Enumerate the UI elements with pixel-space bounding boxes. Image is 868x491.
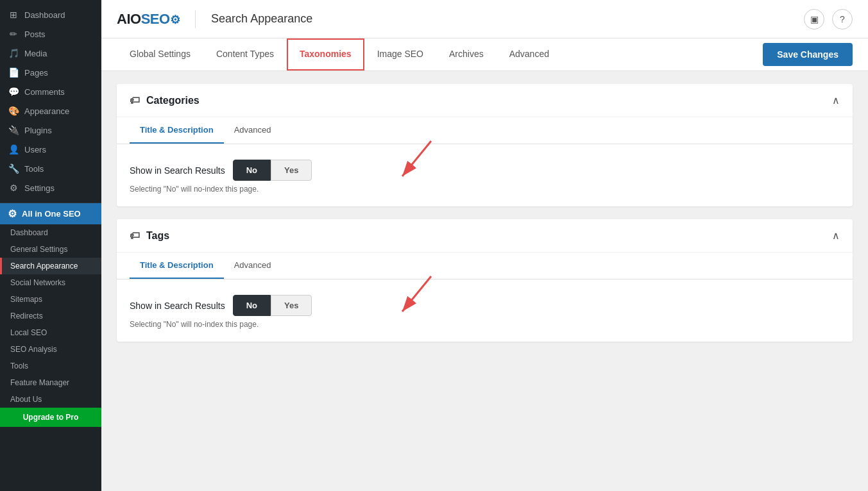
categories-field-hint: Selecting "No" will no-index this page.: [130, 185, 840, 194]
categories-toggle-no[interactable]: No: [233, 160, 271, 181]
tools-icon: 🔧: [8, 163, 19, 174]
aioseo-submenu-about[interactable]: About Us: [0, 391, 101, 408]
categories-card: 🏷 Categories ∧ Title & Description Advan…: [117, 84, 853, 206]
save-changes-button[interactable]: Save Changes: [763, 43, 853, 66]
aioseo-submenu-dashboard[interactable]: Dashboard: [0, 224, 101, 241]
tab-bar: Global Settings Content Types Taxonomies…: [101, 38, 868, 71]
aioseo-submenu-general[interactable]: General Settings: [0, 241, 101, 258]
appearance-icon: 🎨: [8, 106, 19, 116]
categories-inner-tabs: Title & Description Advanced: [117, 117, 853, 144]
aioseo-logo: AIOSEO⚙: [117, 11, 180, 28]
logo-seo: SEO: [141, 11, 170, 27]
aioseo-gear-icon: ⚙: [8, 208, 17, 220]
aioseo-submenu-social[interactable]: Social Networks: [0, 274, 101, 291]
logo-gear: ⚙: [170, 13, 180, 26]
sidebar-item-settings[interactable]: ⚙ Settings: [0, 178, 101, 197]
page-title: Search Appearance: [211, 12, 312, 26]
sidebar-item-users[interactable]: 👤 Users: [0, 140, 101, 159]
sidebar-item-media[interactable]: 🎵 Media: [0, 44, 101, 63]
tags-red-arrow: [393, 273, 444, 318]
plugins-icon: 🔌: [8, 125, 19, 135]
sidebar-item-comments[interactable]: 💬 Comments: [0, 82, 101, 101]
tags-card: 🏷 Tags ∧ Title & Description Advanced: [117, 219, 853, 342]
tags-tag-icon: 🏷: [130, 230, 140, 242]
sidebar: ⊞ Dashboard ✏ Posts 🎵 Media 📄 Pages 💬 Co…: [0, 0, 101, 491]
categories-tab-title-description[interactable]: Title & Description: [130, 117, 224, 144]
tags-inner-tabs: Title & Description Advanced: [117, 253, 853, 279]
aioseo-submenu-local-seo[interactable]: Local SEO: [0, 324, 101, 341]
tags-field-label: Show in Search Results: [130, 301, 225, 311]
categories-title: 🏷 Categories: [130, 95, 200, 106]
topbar-actions: ▣ ?: [804, 9, 853, 29]
tags-toggle-group: No Yes: [233, 295, 312, 316]
aioseo-submenu-tools[interactable]: Tools: [0, 358, 101, 374]
categories-toggle-group: No Yes: [233, 160, 312, 181]
topbar: AIOSEO⚙ Search Appearance ▣ ?: [101, 0, 868, 38]
upgrade-to-pro-button[interactable]: Upgrade to Pro: [0, 408, 101, 427]
aioseo-menu-header[interactable]: ⚙ All in One SEO: [0, 203, 101, 224]
tab-archives[interactable]: Archives: [436, 38, 497, 71]
monitor-icon-button[interactable]: ▣: [804, 9, 824, 29]
tags-show-results-row: Show in Search Results No Yes: [130, 295, 840, 316]
categories-tab-advanced[interactable]: Advanced: [224, 117, 282, 144]
tags-tab-advanced[interactable]: Advanced: [224, 253, 282, 279]
tags-tab-title-description[interactable]: Title & Description: [130, 253, 224, 279]
sidebar-item-dashboard[interactable]: ⊞ Dashboard: [0, 5, 101, 24]
tags-collapse-button[interactable]: ∧: [832, 229, 840, 242]
media-icon: 🎵: [8, 48, 19, 58]
monitor-icon: ▣: [810, 14, 819, 24]
tags-arrow-area: [117, 279, 853, 295]
logo-aio: AIO: [117, 11, 141, 27]
posts-icon: ✏: [8, 29, 19, 39]
topbar-divider: [195, 10, 196, 28]
help-icon-button[interactable]: ?: [832, 9, 853, 29]
categories-field-label: Show in Search Results: [130, 165, 225, 176]
sidebar-item-tools[interactable]: 🔧 Tools: [0, 159, 101, 178]
sidebar-item-posts[interactable]: ✏ Posts: [0, 24, 101, 44]
users-icon: 👤: [8, 144, 19, 154]
categories-arrow-area: [117, 144, 853, 160]
categories-tag-icon: 🏷: [130, 95, 140, 106]
content-area: 🏷 Categories ∧ Title & Description Advan…: [101, 71, 868, 491]
svg-line-1: [402, 141, 431, 176]
tags-header: 🏷 Tags ∧: [117, 219, 853, 253]
categories-toggle-yes[interactable]: Yes: [271, 160, 312, 181]
tags-toggle-no[interactable]: No: [233, 295, 271, 316]
sidebar-item-appearance[interactable]: 🎨 Appearance: [0, 101, 101, 121]
categories-header: 🏷 Categories ∧: [117, 84, 853, 117]
tags-toggle-yes[interactable]: Yes: [271, 295, 312, 316]
pages-icon: 📄: [8, 67, 19, 78]
aioseo-submenu-feature-manager[interactable]: Feature Manager: [0, 374, 101, 391]
dashboard-icon: ⊞: [8, 10, 19, 20]
tab-image-seo[interactable]: Image SEO: [364, 38, 436, 71]
categories-show-results-row: Show in Search Results No Yes: [130, 160, 840, 181]
tags-field-hint: Selecting "No" will no-index this page.: [130, 320, 840, 329]
categories-red-arrow: [393, 138, 444, 183]
help-icon: ?: [840, 14, 845, 24]
tags-field-area: Show in Search Results No Yes Selecting …: [117, 295, 853, 342]
aioseo-submenu-sitemaps[interactable]: Sitemaps: [0, 291, 101, 308]
tab-content-types[interactable]: Content Types: [203, 38, 287, 71]
categories-field-area: Show in Search Results No Yes Selecting …: [117, 160, 853, 206]
aioseo-submenu-seo-analysis[interactable]: SEO Analysis: [0, 341, 101, 358]
sidebar-item-plugins[interactable]: 🔌 Plugins: [0, 121, 101, 140]
comments-icon: 💬: [8, 87, 19, 97]
settings-icon: ⚙: [8, 183, 19, 193]
aioseo-submenu-redirects[interactable]: Redirects: [0, 308, 101, 324]
tab-global-settings[interactable]: Global Settings: [117, 38, 203, 71]
tab-advanced[interactable]: Advanced: [497, 38, 562, 71]
svg-line-3: [402, 276, 431, 312]
categories-collapse-button[interactable]: ∧: [832, 94, 840, 106]
main-area: AIOSEO⚙ Search Appearance ▣ ? Global Set…: [101, 0, 868, 491]
aioseo-submenu-search-appearance[interactable]: Search Appearance: [0, 258, 101, 274]
tab-taxonomies[interactable]: Taxonomies: [287, 38, 364, 71]
sidebar-item-pages[interactable]: 📄 Pages: [0, 63, 101, 82]
tags-title: 🏷 Tags: [130, 230, 169, 242]
